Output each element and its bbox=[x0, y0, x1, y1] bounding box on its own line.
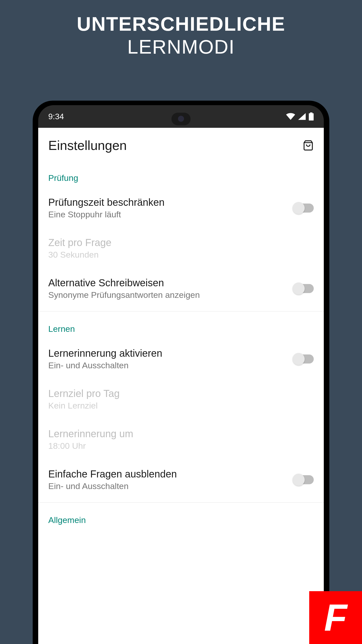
promo-title-line2: LERNMODI bbox=[0, 35, 362, 58]
setting-title: Lernerinnerung aktivieren bbox=[48, 348, 289, 359]
section-header-pruefung: Prüfung bbox=[38, 160, 324, 188]
phone-screen: 9:34 Einstellungen Prüfung Prüfungszeit … bbox=[38, 105, 324, 644]
toggle-lernerinnerung[interactable] bbox=[294, 354, 314, 364]
svg-rect-0 bbox=[310, 112, 312, 113]
battery-icon bbox=[309, 112, 314, 120]
setting-subtitle: Kein Lernziel bbox=[48, 401, 314, 411]
setting-title: Alternative Schreibweisen bbox=[48, 277, 289, 289]
setting-zeit-pro-frage: Zeit pro Frage 30 Sekunden bbox=[38, 228, 324, 268]
status-time: 9:34 bbox=[48, 112, 64, 121]
phone-notch bbox=[171, 113, 191, 125]
signal-icon bbox=[298, 113, 306, 120]
setting-title: Prüfungszeit beschränken bbox=[48, 197, 289, 208]
promo-header: UNTERSCHIEDLICHE LERNMODI bbox=[0, 0, 362, 58]
toggle-einfache-fragen[interactable] bbox=[294, 475, 314, 484]
setting-title: Lernziel pro Tag bbox=[48, 388, 314, 399]
phone-frame: 9:34 Einstellungen Prüfung Prüfungszeit … bbox=[33, 101, 329, 644]
setting-pruefungszeit[interactable]: Prüfungszeit beschränken Eine Stoppuhr l… bbox=[38, 188, 324, 228]
wifi-icon bbox=[286, 113, 295, 120]
promo-title-line1: UNTERSCHIEDLICHE bbox=[0, 13, 362, 35]
setting-subtitle: Ein- und Ausschalten bbox=[48, 481, 289, 491]
setting-lernerinnerung-um: Lernerinnerung um 18:00 Uhr bbox=[38, 419, 324, 460]
setting-title: Lernerinnerung um bbox=[48, 428, 314, 439]
app-header: Einstellungen bbox=[38, 128, 324, 160]
status-icons bbox=[286, 112, 314, 120]
corner-badge-letter: F bbox=[324, 596, 347, 639]
setting-alternative-schreibweisen[interactable]: Alternative Schreibweisen Synonyme Prüfu… bbox=[38, 268, 324, 309]
setting-subtitle: 18:00 Uhr bbox=[48, 441, 314, 451]
setting-lernerinnerung-aktivieren[interactable]: Lernerinnerung aktivieren Ein- und Aussc… bbox=[38, 339, 324, 379]
toggle-alternative-schreibweisen[interactable] bbox=[294, 284, 314, 293]
shopping-bag-icon[interactable] bbox=[303, 140, 314, 151]
corner-badge: F bbox=[309, 591, 362, 644]
setting-title: Einfache Fragen ausblenden bbox=[48, 468, 289, 480]
setting-subtitle: Ein- und Ausschalten bbox=[48, 360, 289, 370]
setting-subtitle: 30 Sekunden bbox=[48, 250, 314, 260]
page-title: Einstellungen bbox=[48, 138, 127, 153]
section-header-allgemein: Allgemein bbox=[38, 503, 324, 530]
setting-subtitle: Synonyme Prüfungsantworten anzeigen bbox=[48, 290, 289, 300]
setting-subtitle: Eine Stoppuhr läuft bbox=[48, 210, 289, 219]
section-header-lernen: Lernen bbox=[38, 311, 324, 339]
setting-title: Zeit pro Frage bbox=[48, 237, 314, 248]
toggle-pruefungszeit[interactable] bbox=[294, 204, 314, 213]
setting-einfache-fragen[interactable]: Einfache Fragen ausblenden Ein- und Auss… bbox=[38, 460, 324, 500]
svg-rect-1 bbox=[309, 113, 313, 120]
setting-lernziel-pro-tag: Lernziel pro Tag Kein Lernziel bbox=[38, 379, 324, 419]
app-content: Einstellungen Prüfung Prüfungszeit besch… bbox=[38, 128, 324, 644]
